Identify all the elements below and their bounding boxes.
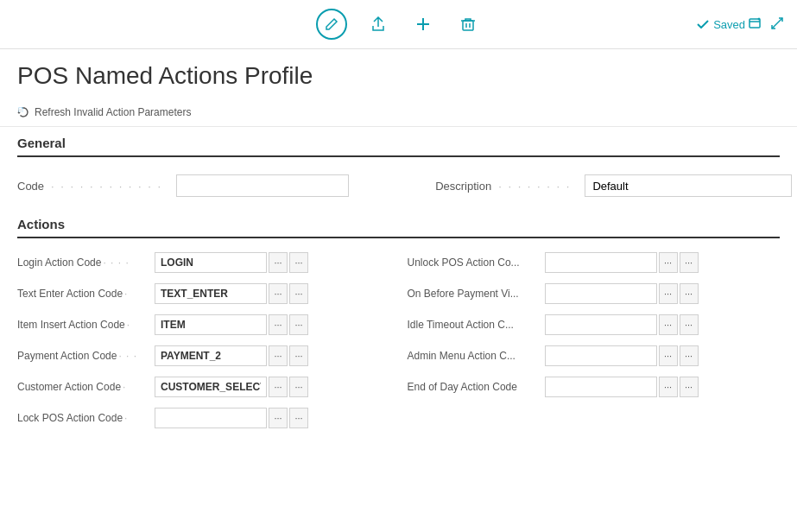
action-input-wrap: ··· ··· [155, 283, 308, 304]
general-section: General Code · · · · · · · · · · · · Des… [0, 127, 797, 212]
action-ellipsis-btn[interactable]: ··· [269, 408, 288, 428]
description-input[interactable] [585, 174, 792, 197]
add-icon[interactable] [409, 10, 437, 38]
svg-rect-2 [463, 21, 473, 30]
action-label: Unlock POS Action Co... [408, 256, 541, 269]
action-more-btn[interactable]: ··· [680, 345, 699, 366]
action-ellipsis-btn[interactable]: ··· [269, 314, 288, 335]
action-input-wrap: ··· ··· [545, 377, 699, 397]
action-label: Text Enter Action Code · [17, 288, 151, 300]
action-more-btn[interactable]: ··· [680, 252, 699, 273]
delete-icon[interactable] [454, 10, 482, 38]
svg-rect-5 [750, 19, 760, 28]
action-row-right [408, 404, 781, 432]
resize-icon[interactable] [770, 16, 784, 33]
action-code-input[interactable] [545, 283, 657, 304]
toolbar-action-bar: 📄 Refresh Invalid Action Parameters [0, 98, 797, 127]
action-row-left: Payment Action Code · · · ··· ··· [17, 342, 390, 370]
svg-line-9 [772, 18, 782, 28]
action-input-wrap: ··· ··· [545, 283, 699, 304]
actions-section: Actions Login Action Code · · · · ··· ··… [0, 212, 797, 436]
action-code-input[interactable] [155, 377, 267, 397]
action-more-btn[interactable]: ··· [680, 377, 699, 397]
page-title: POS Named Actions Profile [0, 49, 797, 98]
action-label: Customer Action Code · [17, 381, 151, 393]
action-more-btn[interactable]: ··· [680, 283, 699, 304]
action-label: End of Day Action Code [408, 381, 541, 393]
action-more-btn[interactable]: ··· [289, 314, 308, 335]
code-input[interactable] [176, 174, 349, 197]
description-label: Description · · · · · · · · [435, 180, 574, 193]
action-row-left: Customer Action Code · ··· ··· [17, 373, 390, 401]
action-row-right: Idle Timeout Action C... ··· ··· [408, 311, 781, 339]
action-more-btn[interactable]: ··· [680, 314, 699, 335]
action-ellipsis-btn[interactable]: ··· [659, 345, 678, 366]
action-more-btn[interactable]: ··· [289, 283, 308, 304]
action-ellipsis-btn[interactable]: ··· [269, 377, 288, 397]
action-ellipsis-btn[interactable]: ··· [659, 377, 678, 397]
saved-status: Saved [697, 18, 745, 31]
action-label: On Before Payment Vi... [408, 288, 541, 300]
action-input-wrap: ··· ··· [155, 408, 308, 428]
action-code-input[interactable] [545, 314, 657, 335]
action-row-left: Login Action Code · · · · ··· ··· [17, 249, 390, 276]
svg-text:📄: 📄 [18, 107, 24, 113]
action-input-wrap: ··· ··· [155, 314, 308, 335]
action-row-left: Lock POS Action Code · ··· ··· [17, 404, 390, 432]
code-label: Code · · · · · · · · · · · · [17, 180, 166, 193]
action-label: Admin Menu Action C... [408, 350, 541, 362]
action-row-right: Unlock POS Action Co... ··· ··· [408, 249, 781, 276]
action-code-input[interactable] [155, 252, 267, 273]
action-code-input[interactable] [155, 314, 267, 335]
action-more-btn[interactable]: ··· [289, 408, 308, 428]
action-row-right: On Before Payment Vi... ··· ··· [408, 280, 781, 307]
action-input-wrap: ··· ··· [545, 252, 699, 273]
action-input-wrap: ··· ··· [545, 314, 699, 335]
expand-window-icon[interactable] [748, 16, 762, 33]
action-ellipsis-btn[interactable]: ··· [659, 314, 678, 335]
action-input-wrap: ··· ··· [155, 252, 308, 273]
action-input-wrap: ··· ··· [155, 345, 308, 366]
top-toolbar: Saved [0, 0, 797, 49]
edit-icon[interactable] [316, 9, 347, 40]
action-ellipsis-btn[interactable]: ··· [659, 252, 678, 273]
action-ellipsis-btn[interactable]: ··· [659, 283, 678, 304]
action-code-input[interactable] [545, 252, 657, 273]
action-more-btn[interactable]: ··· [289, 345, 308, 366]
action-ellipsis-btn[interactable]: ··· [269, 252, 288, 273]
action-ellipsis-btn[interactable]: ··· [269, 345, 288, 366]
action-code-input[interactable] [545, 345, 657, 366]
action-ellipsis-btn[interactable]: ··· [269, 283, 288, 304]
action-label: Lock POS Action Code · [17, 412, 151, 424]
action-row-right: End of Day Action Code ··· ··· [408, 373, 781, 401]
action-label: Payment Action Code · · · [17, 350, 151, 362]
general-section-title: General [17, 136, 780, 157]
action-row-left: Item Insert Action Code · ··· ··· [17, 311, 390, 339]
action-row-right: Admin Menu Action C... ··· ··· [408, 342, 781, 370]
actions-section-title: Actions [17, 217, 780, 238]
action-label: Login Action Code · · · · [17, 256, 151, 269]
action-label: Idle Timeout Action C... [408, 319, 541, 331]
action-input-wrap: ··· ··· [545, 345, 699, 366]
action-row-left: Text Enter Action Code · ··· ··· [17, 280, 390, 307]
action-code-input[interactable] [155, 408, 267, 428]
action-more-btn[interactable]: ··· [289, 377, 308, 397]
share-icon[interactable] [364, 10, 392, 38]
action-code-input[interactable] [155, 283, 267, 304]
refresh-button[interactable]: 📄 Refresh Invalid Action Parameters [17, 103, 191, 122]
action-more-btn[interactable]: ··· [289, 252, 308, 273]
action-code-input[interactable] [155, 345, 267, 366]
action-input-wrap: ··· ··· [155, 377, 308, 397]
action-code-input[interactable] [545, 377, 657, 397]
action-label: Item Insert Action Code · [17, 319, 151, 331]
